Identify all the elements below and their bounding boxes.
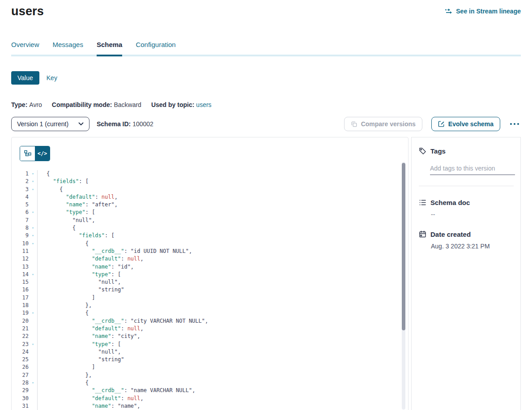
code-text: "null", [37, 278, 408, 286]
sidebar-divider [419, 186, 514, 186]
code-line: 17 ] [12, 294, 408, 302]
fold-arrow-icon[interactable]: ▾ [29, 379, 37, 387]
code-line: 24 "null", [12, 348, 408, 356]
schema-id: Schema ID: 100002 [97, 120, 153, 128]
add-tags-input[interactable] [430, 164, 515, 175]
code-text: "__crdb__": "city VARCHAR NOT NULL", [37, 317, 408, 325]
fold-gutter [29, 302, 37, 309]
line-number: 21 [12, 325, 29, 333]
version-select[interactable]: Version 1 (current) [11, 117, 89, 131]
line-number: 5 [12, 201, 29, 209]
code-text: { [37, 309, 408, 317]
tab-overview[interactable]: Overview [11, 41, 39, 55]
schema-editor-panel: </> 1▾{2▾ "fields": [3▾ {4 "default": nu… [11, 137, 409, 410]
code-text: "name": "city", [37, 333, 408, 340]
calendar-icon [419, 231, 426, 238]
meta-topic: Used by topic:users [151, 101, 212, 108]
line-number: 6 [12, 209, 29, 216]
fold-gutter [29, 286, 37, 294]
code-text: }, [37, 302, 408, 309]
fold-gutter [29, 255, 37, 263]
more-options-button[interactable] [508, 120, 521, 128]
line-number: 31 [12, 402, 29, 410]
fold-arrow-icon[interactable]: ▾ [29, 240, 37, 248]
chevron-down-icon [78, 122, 84, 126]
ellipsis-icon [510, 123, 519, 125]
meta-compatibility-label: Compatibility mode: [52, 101, 112, 108]
code-line: 5 "name": "after", [12, 201, 408, 209]
fold-arrow-icon[interactable]: ▾ [29, 224, 37, 232]
code-line: 25 "string" [12, 356, 408, 363]
code-line: 1▾{ [12, 170, 408, 178]
evolve-schema-label: Evolve schema [448, 120, 494, 128]
schema-doc-title: Schema doc [430, 199, 470, 206]
value-toggle-button[interactable]: Value [11, 71, 39, 85]
code-line: 8▾ { [12, 224, 408, 232]
fold-gutter [29, 263, 37, 271]
code-line: 11 "__crdb__": "id UUID NOT NULL", [12, 248, 408, 255]
fold-gutter [29, 317, 37, 325]
stream-lineage-link[interactable]: See in Stream lineage [445, 8, 521, 15]
code-line: 14▾ "type": [ [12, 271, 408, 278]
meta-type: Type:Avro [11, 101, 42, 108]
fold-gutter [29, 248, 37, 255]
code-view-button[interactable]: </> [35, 146, 50, 161]
line-number: 12 [12, 255, 29, 263]
compare-versions-button[interactable]: Compare versions [344, 117, 422, 131]
fold-arrow-icon[interactable]: ▾ [29, 232, 37, 239]
code-line: 27 }, [12, 372, 408, 379]
fold-arrow-icon[interactable]: ▾ [29, 170, 37, 178]
code-text: "__crdb__": "id UUID NOT NULL", [37, 248, 408, 255]
edit-icon [438, 121, 445, 128]
code-line: 31 "name": "name", [12, 402, 408, 410]
meta-compatibility-value: Backward [114, 101, 141, 108]
line-number: 17 [12, 294, 29, 302]
line-number: 19 [12, 309, 29, 317]
code-text: "type": [ [37, 341, 408, 348]
code-text: "default": null, [37, 395, 408, 402]
compare-versions-label: Compare versions [361, 120, 416, 128]
code-line: 9▾ "fields": [ [12, 232, 408, 239]
details-sidebar: Tags Schema do [411, 137, 521, 410]
code-line: 10▾ { [12, 240, 408, 248]
editor-scrollbar-thumb[interactable] [402, 163, 405, 330]
tab-underline-track [11, 55, 521, 56]
tags-section-header: Tags [419, 147, 514, 155]
tree-view-button[interactable] [20, 146, 35, 161]
fold-gutter [29, 356, 37, 363]
fold-arrow-icon[interactable]: ▾ [29, 178, 37, 185]
fold-arrow-icon[interactable]: ▾ [29, 309, 37, 317]
fold-gutter [29, 193, 37, 201]
tab-configuration[interactable]: Configuration [136, 41, 175, 55]
line-number: 7 [12, 217, 29, 224]
fold-gutter [29, 402, 37, 410]
evolve-schema-button[interactable]: Evolve schema [431, 117, 500, 131]
line-number: 10 [12, 240, 29, 248]
line-number: 27 [12, 372, 29, 379]
code-text: { [37, 170, 408, 178]
fold-arrow-icon[interactable]: ▾ [29, 271, 37, 278]
code-text: "name": "id", [37, 263, 408, 271]
code-line: 22 "name": "city", [12, 333, 408, 340]
date-created-value: Aug. 3 2022 3:21 PM [431, 243, 514, 250]
fold-arrow-icon[interactable]: ▾ [29, 209, 37, 216]
code-line: 26 ] [12, 363, 408, 371]
code-line: 28▾ { [12, 379, 408, 387]
code-text: { [37, 240, 408, 248]
tree-view-icon [24, 150, 31, 157]
code-line: 12 "default": null, [12, 255, 408, 263]
meta-type-label: Type: [11, 101, 27, 108]
tab-messages[interactable]: Messages [53, 41, 83, 55]
code-text: "fields": [ [37, 232, 408, 239]
line-number: 24 [12, 348, 29, 356]
topic-link[interactable]: users [196, 101, 211, 108]
fold-arrow-icon[interactable]: ▾ [29, 186, 37, 193]
tag-icon [419, 147, 426, 155]
key-toggle-button[interactable]: Key [47, 74, 57, 81]
schema-doc-header: Schema doc [419, 199, 514, 206]
editor-scrollbar-track[interactable] [402, 162, 405, 410]
fold-arrow-icon[interactable]: ▾ [29, 341, 37, 348]
line-number: 30 [12, 395, 29, 402]
compare-icon [351, 121, 358, 128]
tab-schema[interactable]: Schema [97, 41, 123, 55]
